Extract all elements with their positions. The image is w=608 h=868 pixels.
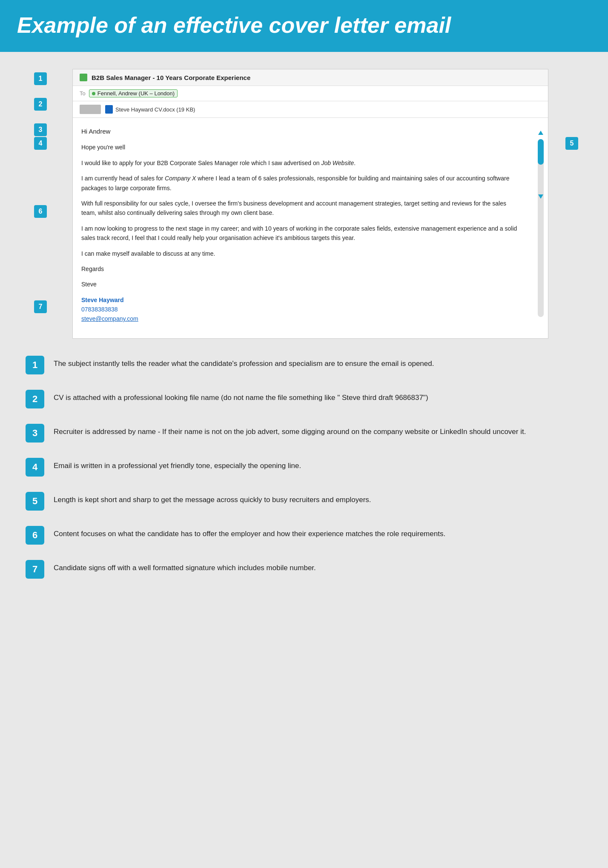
attachment-thumb-placeholder	[80, 105, 101, 114]
scrollbar[interactable]	[538, 139, 544, 317]
explanation-badge-5: 5	[26, 492, 44, 511]
email-name: Steve	[81, 280, 518, 289]
main-content: 1 2 3 4 5 6 7 B2B Sales Manager - 10 Yea…	[0, 52, 608, 611]
email-para4: I am now looking to progress to the next…	[81, 224, 518, 243]
explanation-item-5: 5Length is kept short and sharp to get t…	[26, 492, 582, 511]
explanation-item-3: 3Recruiter is addressed by name - If the…	[26, 424, 582, 443]
explanation-badge-4: 4	[26, 458, 44, 477]
explanation-badge-1: 1	[26, 356, 44, 374]
to-label: To	[80, 90, 86, 97]
explanation-text-1: The subject instantly tells the reader w…	[54, 356, 434, 369]
subject-icon	[80, 74, 87, 81]
sig-email: steve@company.com	[81, 315, 138, 322]
badge-6: 6	[34, 205, 47, 218]
scrollbar-arrow-down[interactable]	[538, 194, 543, 199]
scrollbar-arrow-up[interactable]	[538, 131, 543, 135]
email-signature: Steve Hayward 07838383838 steve@company.…	[81, 295, 518, 324]
sig-name: Steve Hayward	[81, 297, 124, 303]
email-para3: With full responsibility for our sales c…	[81, 199, 518, 218]
badge-5: 5	[565, 137, 578, 150]
badge-7: 7	[34, 300, 47, 313]
badge-2: 2	[34, 98, 47, 111]
explanations-section: 1The subject instantly tells the reader …	[17, 356, 591, 579]
badge-3: 3	[34, 123, 47, 136]
explanation-badge-7: 7	[26, 560, 44, 579]
email-para5: I can make myself available to discuss a…	[81, 249, 518, 258]
badge-4: 4	[34, 137, 47, 150]
explanation-item-7: 7Candidate signs off with a well formatt…	[26, 560, 582, 579]
email-to-row: To Fennell, Andrew (UK – London)	[73, 86, 548, 101]
recipient-name: Fennell, Andrew (UK – London)	[98, 90, 175, 97]
attachment-filename: Steve Hayward CV.docx (19 KB)	[115, 106, 195, 113]
explanation-item-6: 6Content focuses on what the candidate h…	[26, 526, 582, 545]
explanation-item-2: 2CV is attached with a professional look…	[26, 390, 582, 408]
explanation-item-1: 1The subject instantly tells the reader …	[26, 356, 582, 374]
explanation-text-6: Content focuses on what the candidate ha…	[54, 526, 445, 540]
explanation-text-4: Email is written in a professional yet f…	[54, 458, 301, 471]
page-title: Example of an effective cover letter ema…	[17, 12, 591, 38]
recipient-dot	[92, 92, 95, 95]
sig-phone: 07838383838	[81, 306, 118, 313]
email-subject: B2B Sales Manager - 10 Years Corporate E…	[92, 74, 250, 81]
email-subject-row: B2B Sales Manager - 10 Years Corporate E…	[73, 69, 548, 86]
email-para2: I am currently head of sales for Company…	[81, 174, 518, 193]
explanation-badge-2: 2	[26, 390, 44, 408]
email-body: Hi Andrew Hope you're well I would like …	[73, 118, 548, 338]
scrollbar-thumb[interactable]	[538, 139, 544, 165]
email-regards: Regards	[81, 264, 518, 274]
email-attachment-row: Steve Hayward CV.docx (19 KB)	[73, 101, 548, 118]
email-opening: Hope you're well	[81, 143, 518, 152]
explanation-item-4: 4Email is written in a professional yet …	[26, 458, 582, 477]
page-header: Example of an effective cover letter ema…	[0, 0, 608, 52]
explanation-text-5: Length is kept short and sharp to get th…	[54, 492, 371, 505]
explanation-text-2: CV is attached with a professional looki…	[54, 390, 428, 403]
email-greeting: Hi Andrew	[81, 126, 518, 137]
email-mockup: B2B Sales Manager - 10 Years Corporate E…	[72, 69, 548, 338]
recipient-badge: Fennell, Andrew (UK – London)	[89, 89, 178, 97]
explanation-badge-3: 3	[26, 424, 44, 443]
explanation-badge-6: 6	[26, 526, 44, 545]
email-wrapper: 1 2 3 4 5 6 7 B2B Sales Manager - 10 Yea…	[51, 69, 557, 338]
badge-1: 1	[34, 72, 47, 85]
explanation-text-7: Candidate signs off with a well formatte…	[54, 560, 316, 574]
explanation-text-3: Recruiter is addressed by name - If thei…	[54, 424, 526, 437]
email-para1: I would like to apply for your B2B Corpo…	[81, 158, 518, 168]
attachment-doc-icon	[105, 105, 113, 114]
